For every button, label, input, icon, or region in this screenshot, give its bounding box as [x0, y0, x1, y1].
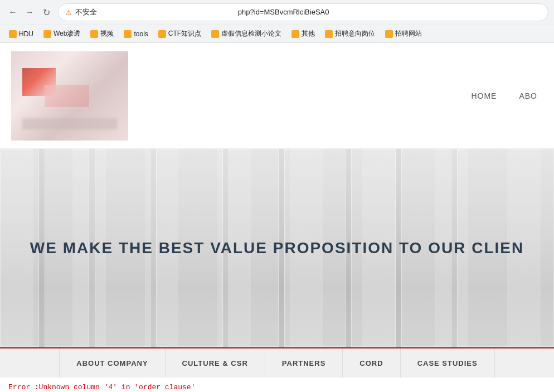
bookmark-item[interactable]: HDU: [4, 28, 38, 40]
bookmarks-bar: HDUWeb渗透视频toolsCTF知识点虚假信息检测小论文其他招聘意向岗位招聘…: [0, 25, 554, 42]
logo-area: [11, 51, 128, 141]
folder-icon: [291, 30, 299, 38]
bottom-nav: ABOUT COMPANYCULTURE & CSRPARTNERSCORDCA…: [0, 347, 554, 378]
bottom-nav-item[interactable]: ABOUT COMPANY: [59, 349, 165, 378]
bookmark-label: 招聘意向岗位: [335, 29, 375, 38]
bookmark-item[interactable]: 其他: [287, 27, 319, 40]
bookmark-label: CTF知识点: [168, 29, 201, 38]
folder-icon: [158, 30, 166, 38]
nav-buttons: ← → ↻: [6, 5, 54, 20]
website: HOMEABO WE MAKE THE BEST VALUE PROPOSITI…: [0, 43, 554, 392]
bookmark-item[interactable]: 招聘网站: [381, 27, 426, 40]
site-header: HOMEABO: [0, 43, 554, 149]
bottom-nav-item[interactable]: CORD: [343, 349, 400, 378]
bookmark-item[interactable]: CTF知识点: [154, 27, 206, 40]
folder-icon: [211, 30, 219, 38]
bookmark-item[interactable]: 招聘意向岗位: [320, 27, 380, 40]
bookmark-item[interactable]: 虚假信息检测小论文: [207, 27, 286, 40]
folder-icon: [43, 30, 51, 38]
error-message: Error :Unknown column '4' in 'order clau…: [0, 378, 554, 392]
folder-icon: [90, 30, 98, 38]
nav-item[interactable]: ABO: [513, 89, 543, 103]
hero-text-container: WE MAKE THE BEST VALUE PROPOSITION TO OU…: [30, 239, 524, 257]
address-bar[interactable]: ⚠ 不安全 php?id=MSBvcmRlciBieSA0: [58, 3, 548, 21]
bottom-nav-item[interactable]: CULTURE & CSR: [166, 349, 265, 378]
forward-button[interactable]: →: [22, 5, 37, 20]
nav-item[interactable]: HOME: [465, 89, 502, 103]
bookmark-label: Web渗透: [54, 29, 80, 38]
security-label: 不安全: [75, 8, 97, 16]
bottom-nav-item[interactable]: CASE STUDIES: [401, 349, 495, 378]
folder-icon: [325, 30, 333, 38]
browser-chrome: ← → ↻ ⚠ 不安全 php?id=MSBvcmRlciBieSA0 HDUW…: [0, 0, 554, 43]
bookmark-label: 其他: [302, 29, 315, 38]
reload-button[interactable]: ↻: [39, 5, 54, 20]
bookmark-item[interactable]: tools: [119, 28, 152, 40]
bookmark-label: 虚假信息检测小论文: [221, 29, 281, 38]
browser-toolbar: ← → ↻ ⚠ 不安全 php?id=MSBvcmRlciBieSA0: [0, 0, 554, 25]
logo-text-blur: [22, 118, 117, 129]
bookmark-item[interactable]: Web渗透: [39, 27, 85, 40]
error-text: Error :Unknown column '4' in 'order clau…: [8, 383, 195, 391]
hero-section: WE MAKE THE BEST VALUE PROPOSITION TO OU…: [0, 149, 554, 347]
folder-icon: [9, 30, 17, 38]
hero-text: WE MAKE THE BEST VALUE PROPOSITION TO OU…: [30, 239, 524, 257]
bookmark-label: 招聘网站: [395, 29, 422, 38]
bottom-nav-item[interactable]: PARTNERS: [265, 349, 343, 378]
folder-icon: [385, 30, 393, 38]
url-text: php?id=MSBvcmRlciBieSA0: [238, 8, 329, 16]
logo-pixel2: [45, 85, 89, 107]
back-button[interactable]: ←: [6, 5, 20, 20]
bookmark-label: tools: [134, 30, 148, 38]
security-icon: ⚠: [65, 8, 72, 17]
bookmark-item[interactable]: 视频: [86, 27, 118, 40]
bookmark-label: 视频: [100, 29, 114, 38]
folder-icon: [124, 30, 132, 38]
bookmark-label: HDU: [19, 30, 33, 38]
address-text: 不安全 php?id=MSBvcmRlciBieSA0: [75, 7, 541, 17]
site-nav: HOMEABO: [465, 89, 543, 103]
